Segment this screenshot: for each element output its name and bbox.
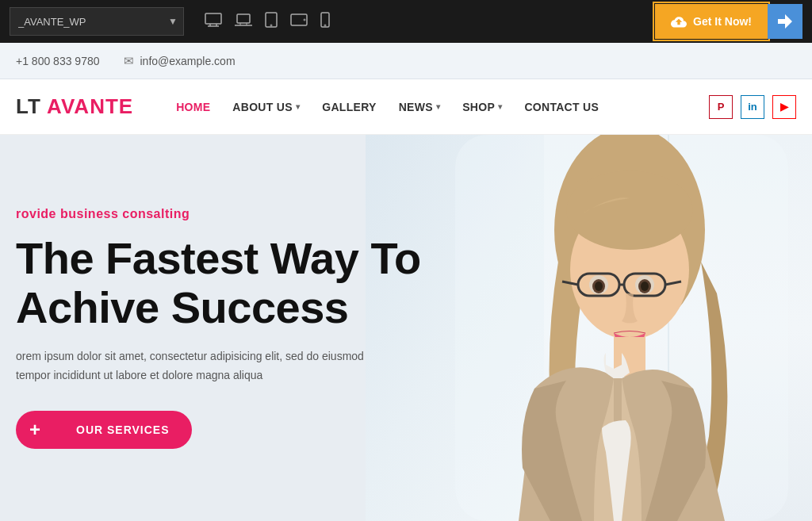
svg-point-26 <box>595 282 603 291</box>
shop-chevron-icon: ▾ <box>498 102 502 111</box>
hero-description: orem ipsum dolor sit amet, consectetur a… <box>16 347 381 385</box>
linkedin-icon[interactable]: in <box>741 95 764 119</box>
hero-content: rovide business consalting The Fastest W… <box>0 135 446 521</box>
news-chevron-icon: ▾ <box>436 102 440 111</box>
hero-woman-svg <box>455 135 788 521</box>
about-chevron-icon: ▾ <box>296 102 300 111</box>
youtube-icon[interactable]: ▶ <box>772 95 796 119</box>
nav-item-news[interactable]: NEWS ▾ <box>388 79 452 135</box>
email-info: ✉ info@example.com <box>124 54 236 68</box>
mobile-wide-icon[interactable] <box>287 10 311 33</box>
desktop-icon[interactable] <box>201 10 225 34</box>
laptop-icon[interactable] <box>232 10 255 34</box>
tablet-icon[interactable] <box>262 9 281 35</box>
nav-item-home[interactable]: HOME <box>165 79 221 135</box>
top-bar-left: _AVANTE_WP ▼ <box>10 7 333 36</box>
logo: LT AVANTE <box>16 94 133 119</box>
svg-rect-0 <box>205 13 221 24</box>
svg-point-11 <box>304 19 305 21</box>
nav-item-shop[interactable]: SHOP ▾ <box>451 79 513 135</box>
svg-point-22 <box>566 170 693 250</box>
svg-point-9 <box>270 25 272 26</box>
cta-plus-button[interactable]: + <box>16 411 54 449</box>
device-icons-group <box>201 9 333 35</box>
our-services-button[interactable]: OUR SERVICES <box>54 411 192 449</box>
info-bar: +1 800 833 9780 ✉ info@example.com <box>0 43 812 79</box>
svg-rect-10 <box>291 14 307 25</box>
hero-cta: + OUR SERVICES <box>16 411 431 449</box>
get-it-now-button[interactable]: Get It Now! <box>655 4 768 39</box>
info-bar-left: +1 800 833 9780 ✉ info@example.com <box>16 54 236 68</box>
nav-item-gallery[interactable]: GALLERY <box>311 79 387 135</box>
logo-avante: AVANTE <box>47 94 133 118</box>
nav-menu: HOME ABOUT US ▾ GALLERY NEWS ▾ SHOP ▾ CO… <box>165 79 709 135</box>
mobile-icon[interactable] <box>317 9 333 35</box>
hero-subtitle: rovide business consalting <box>16 207 431 221</box>
social-icons: P in ▶ <box>709 95 796 119</box>
extra-action-button[interactable] <box>768 4 802 39</box>
nav-item-about[interactable]: ABOUT US ▾ <box>221 79 311 135</box>
phone-number: +1 800 833 9780 <box>16 55 100 67</box>
svg-point-30 <box>641 282 649 291</box>
email-address: info@example.com <box>140 55 236 67</box>
pinterest-icon[interactable]: P <box>709 95 733 119</box>
svg-rect-4 <box>237 14 250 23</box>
top-bar: _AVANTE_WP ▼ <box>0 0 812 43</box>
phone-info: +1 800 833 9780 <box>16 55 100 67</box>
cloud-upload-icon <box>671 15 687 28</box>
theme-select-wrapper[interactable]: _AVANTE_WP ▼ <box>10 7 184 36</box>
hero-title: The Fastest Way To Achive Success <box>16 234 431 331</box>
nav-bar: LT AVANTE HOME ABOUT US ▾ GALLERY NEWS ▾… <box>0 79 812 135</box>
theme-select[interactable]: _AVANTE_WP <box>10 7 184 36</box>
info-bar-container: +1 800 833 9780 ✉ info@example.com START… <box>0 43 812 79</box>
email-icon: ✉ <box>124 54 134 68</box>
top-bar-right: Get It Now! <box>655 4 802 39</box>
logo-lt: LT <box>16 94 41 118</box>
nav-item-contact[interactable]: CONTACT US <box>513 79 610 135</box>
hero-section: rovide business consalting The Fastest W… <box>0 135 812 521</box>
svg-point-13 <box>324 25 326 26</box>
arrow-icon <box>778 14 792 29</box>
